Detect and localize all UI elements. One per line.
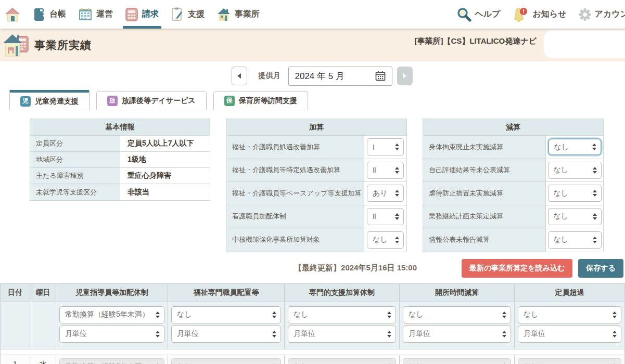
tab-houkago-day[interactable]: 放 放課後等デイサービス <box>96 91 207 110</box>
col-header-day: 曜日 <box>30 284 56 302</box>
office-label: [事業所]【CS】LITALICO発達ナビ <box>414 36 537 46</box>
nav-item-ledger[interactable]: 台帳 <box>28 0 72 29</box>
kasan-row-label: 福祉・介護職員等ベースアップ等支援加算 <box>226 182 364 205</box>
gensan-select[interactable]: なし <box>548 138 602 155</box>
select-value: なし <box>524 362 539 364</box>
nav-item-label: ヘルプ <box>475 9 500 20</box>
basic-row-value: 非該当 <box>120 184 157 200</box>
kasan-select[interactable]: Ⅱ <box>367 162 404 179</box>
nav-item-notice[interactable]: ! お知らせ <box>506 7 572 22</box>
basic-row-label: 定員区分 <box>30 136 120 151</box>
tab-hoikusho-houmon[interactable]: 保 保育所等訪問支援 <box>213 91 308 110</box>
select-arrows-icon <box>593 190 597 197</box>
month-label: 提供月 <box>259 71 280 81</box>
bulk-select[interactable]: なし <box>171 306 281 323</box>
gensan-row-label: 虐待防止措置未実施減算 <box>423 182 546 205</box>
prev-month-button[interactable] <box>232 67 247 85</box>
select-arrows-icon <box>593 213 597 220</box>
bulk-cell: なし 月単位 <box>285 302 400 349</box>
bulk-select[interactable]: 月単位 <box>171 326 281 343</box>
select-value: なし <box>554 142 569 152</box>
load-latest-button[interactable]: 最新の事業所算定を読み込む <box>462 259 572 278</box>
bulk-select[interactable]: 月単位 <box>288 326 396 343</box>
tab-label: 保育所等訪問支援 <box>239 96 297 106</box>
select-arrows-icon <box>272 331 276 337</box>
month-input[interactable]: 2024 年 5 月 <box>288 67 392 86</box>
row-select[interactable]: なし <box>171 358 281 364</box>
daily-schedule-table: 日付 曜日 児童指導員等加配体制 福祉専門職員配置等 専門的支援加算体制 開所時… <box>0 283 625 364</box>
gensan-row-label: 身体拘束廃止未実施減算 <box>423 136 546 159</box>
gensan-select[interactable]: なし <box>548 231 602 249</box>
tab-badge-houkago: 放 <box>107 96 118 106</box>
select-value: 月単位 <box>409 329 430 339</box>
select-value: なし <box>554 235 569 244</box>
bulk-empty-cell <box>1 302 30 349</box>
next-month-button[interactable] <box>397 67 413 85</box>
bulk-select[interactable]: なし <box>403 306 511 323</box>
settings-panels: 基本情報 定員区分定員5人以上7人以下 地域区分1級地 主たる障害種別重症心身障… <box>30 119 604 252</box>
select-arrows-icon <box>613 311 617 318</box>
select-value: なし <box>524 310 539 319</box>
kasan-select[interactable]: Ⅰ <box>367 138 404 155</box>
row-select[interactable]: なし <box>288 358 396 364</box>
bulk-select[interactable]: 月単位 <box>59 326 164 343</box>
row-select[interactable]: 常勤換算（経験5年未満） <box>59 358 164 364</box>
kasan-row-label: 中核機能強化事業所加算対象 <box>226 228 364 252</box>
select-arrows-icon <box>395 213 399 220</box>
nav-item-label: 事業所 <box>235 9 260 20</box>
select-arrows-icon <box>395 167 399 174</box>
row-select[interactable]: なし <box>403 358 511 364</box>
nav-item-billing[interactable]: 請求 <box>119 0 165 29</box>
kasan-row-label: 福祉・介護職員処遇改善加算 <box>226 136 364 159</box>
select-arrows-icon <box>395 144 399 150</box>
bulk-select[interactable]: なし <box>288 306 396 323</box>
col-header-date: 日付 <box>1 284 30 302</box>
nav-item-operations[interactable]: 運営 <box>72 0 119 29</box>
office-report-icon <box>3 33 29 57</box>
page-header: 事業所実績 [事業所]【CS】LITALICO発達ナビ <box>0 29 625 61</box>
bulk-select[interactable]: 常勤換算（経験5年未満） <box>59 306 164 323</box>
gensan-row-label: 情報公表未報告減算 <box>423 228 546 252</box>
header-user-box[interactable] <box>544 30 625 58</box>
bulk-cell: なし 月単位 <box>400 302 515 349</box>
bulk-select[interactable]: 月単位 <box>403 326 511 343</box>
select-arrows-icon <box>593 167 597 174</box>
basic-row-value: 重症心身障害 <box>120 168 178 184</box>
chevron-right-icon <box>403 73 406 79</box>
tab-badge-jidou: 児 <box>20 96 31 107</box>
basic-row-label: 地域区分 <box>30 152 120 167</box>
gensan-row-label: 自己評価結果等未公表減算 <box>423 159 546 182</box>
tab-jidou-hattatsu[interactable]: 児 児童発達支援 <box>9 90 90 110</box>
nav-item-support[interactable]: 支援 <box>165 0 211 29</box>
month-value: 2024 年 5 月 <box>295 70 345 82</box>
basic-info-title: 基本情報 <box>30 119 210 136</box>
office-icon <box>217 8 231 21</box>
kasan-select[interactable]: あり <box>367 185 404 202</box>
select-value: なし <box>373 235 388 244</box>
select-value: Ⅱ <box>373 166 376 174</box>
bulk-select[interactable]: 月単位 <box>518 326 621 343</box>
nav-item-office[interactable]: 事業所 <box>211 0 266 29</box>
schedule-row-1: 1 水 常勤換算（経験5年未満） なし なし なし なし <box>1 355 624 364</box>
kasan-select[interactable]: なし <box>367 231 404 249</box>
tab-label: 放課後等デイサービス <box>122 96 196 106</box>
select-value: なし <box>554 212 569 221</box>
basic-row-value: 1級地 <box>120 152 154 167</box>
bulk-select[interactable]: なし <box>518 306 621 323</box>
gensan-select[interactable]: なし <box>548 162 602 179</box>
home-button[interactable] <box>0 0 28 29</box>
gensan-panel: 減算 身体拘束廃止未実施減算なし 自己評価結果等未公表減算なし 虐待防止措置未実… <box>423 119 604 252</box>
col-header-shidouin: 児童指導員等加配体制 <box>56 284 168 302</box>
kasan-select[interactable]: Ⅱ <box>367 208 404 225</box>
top-nav: 台帳 運営 <box>0 0 625 29</box>
basic-row-label: 主たる障害種別 <box>30 168 120 184</box>
gensan-select[interactable]: なし <box>548 185 602 202</box>
save-button[interactable]: 保存する <box>578 259 623 278</box>
gensan-select[interactable]: なし <box>548 208 602 225</box>
ledger-icon <box>34 8 45 21</box>
nav-item-help[interactable]: ヘルプ <box>451 7 506 22</box>
nav-item-account[interactable]: アカウン <box>572 8 625 21</box>
row-select[interactable]: なし <box>518 358 621 364</box>
select-arrows-icon <box>387 331 391 337</box>
col-header-kaisho: 開所時間減算 <box>400 284 515 302</box>
